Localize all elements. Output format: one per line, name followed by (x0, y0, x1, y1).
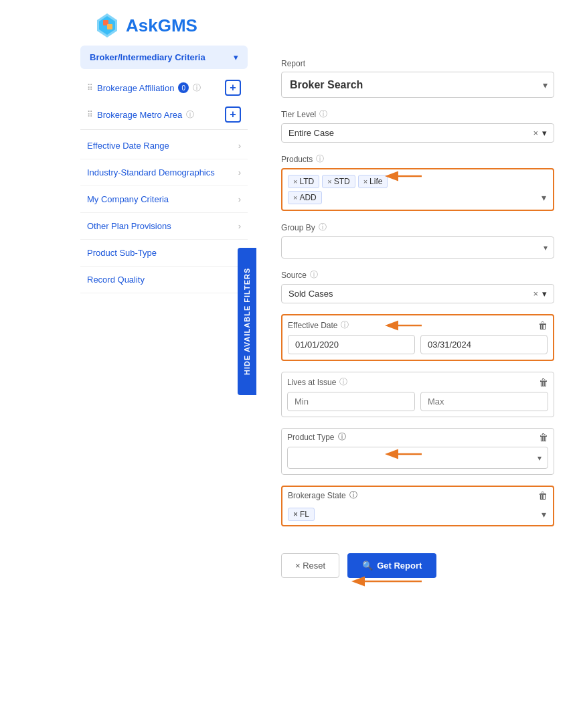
remove-std-button[interactable]: × (327, 177, 331, 186)
lives-min-input[interactable] (287, 392, 415, 411)
sidebar-item-my-company-criteria[interactable]: My Company Criteria › (80, 186, 248, 213)
product-tag-life: × Life (358, 175, 388, 188)
source-right: × ▾ (533, 289, 547, 299)
product-ltd-label: LTD (299, 177, 314, 186)
product-type-delete-icon[interactable]: 🗑 (539, 432, 548, 443)
effective-date-header: Effective Date ⓘ 🗑 (282, 315, 553, 332)
effective-date-to-input[interactable] (420, 335, 548, 354)
sidebar-header-label: Broker/Intermediary Criteria (90, 52, 205, 62)
brokerage-affiliation-add-button[interactable]: + (225, 80, 241, 96)
tier-level-dropdown-icon[interactable]: ▾ (542, 128, 547, 138)
my-company-criteria-label: My Company Criteria (87, 194, 169, 204)
brokerage-state-dropdown-icon[interactable]: ▾ (540, 508, 548, 521)
sidebar-item-product-sub-type[interactable]: Product Sub-Type › (80, 240, 248, 267)
product-std-label: STD (334, 177, 350, 186)
products-dropdown-arrow-icon[interactable]: ▾ (540, 191, 548, 204)
industry-standard-demographics-label: Industry-Standard Demographics (87, 167, 215, 177)
brokerage-affiliation-badge: 0 (178, 82, 189, 93)
product-life-label: Life (369, 177, 382, 186)
product-sub-type-label: Product Sub-Type (87, 248, 157, 258)
brokerage-affiliation-info-icon: ⓘ (193, 82, 201, 94)
group-by-select[interactable] (281, 236, 554, 259)
product-type-select[interactable] (287, 447, 548, 469)
effective-date-info-icon: ⓘ (341, 319, 349, 331)
svg-rect-3 (107, 24, 112, 29)
state-fl-label: FL (300, 510, 309, 519)
brokerage-state-info-icon: ⓘ (349, 490, 357, 501)
remove-life-button[interactable]: × (363, 177, 367, 186)
main-layout: Broker/Intermediary Criteria ▾ ⠿ Brokera… (0, 46, 579, 682)
other-plan-provisions-label: Other Plan Provisions (87, 221, 171, 231)
product-type-select-wrapper: ▾ (282, 445, 554, 474)
hide-available-filters-tab[interactable]: HIDE AVAILABLE FILTERS (238, 248, 256, 395)
source-label: Source ⓘ (281, 269, 554, 281)
sidebar-item-record-quality[interactable]: Record Quality › (80, 267, 248, 293)
sidebar-item-effective-date-range[interactable]: Effective Date Range › (80, 133, 248, 159)
sidebar-item-other-plan-provisions[interactable]: Other Plan Provisions › (80, 213, 248, 240)
get-report-button[interactable]: 🔍 Get Report (347, 553, 436, 578)
sidebar: Broker/Intermediary Criteria ▾ ⠿ Brokera… (0, 46, 248, 682)
product-add-label: ADD (299, 193, 316, 202)
broker-intermediary-criteria-header[interactable]: Broker/Intermediary Criteria ▾ (80, 46, 248, 69)
drag-icon-2: ⠿ (87, 110, 93, 119)
reset-button[interactable]: × Reset (281, 553, 339, 578)
right-panel: Report Broker Search ▾ Tier Level ⓘ Enti… (248, 46, 579, 682)
brokerage-state-container: Brokerage State ⓘ 🗑 × FL ▾ (281, 486, 554, 526)
drag-icon: ⠿ (87, 83, 93, 92)
product-tag-add: × ADD (288, 191, 322, 204)
effective-date-label: Effective Date ⓘ (288, 319, 349, 331)
brokerage-metro-area-text: Brokerage Metro Area (97, 110, 182, 120)
remove-ltd-button[interactable]: × (293, 177, 297, 186)
products-info-icon: ⓘ (316, 153, 324, 165)
group-by-label: Group By ⓘ (281, 222, 554, 233)
state-tag-fl: × FL (288, 508, 315, 521)
products-field-group: Products ⓘ × LTD × STD × Life × (281, 153, 554, 211)
product-tag-ltd: × LTD (288, 175, 319, 188)
product-type-label: Product Type ⓘ (287, 431, 346, 443)
report-field-group: Report Broker Search ▾ (281, 59, 554, 98)
remove-fl-button[interactable]: × (293, 510, 298, 519)
app-name: AskGMS (126, 15, 197, 36)
effective-date-fields (282, 332, 553, 360)
effective-date-from-input[interactable] (288, 335, 415, 354)
products-label: Products ⓘ (281, 153, 554, 165)
lives-max-input[interactable] (420, 392, 548, 411)
brokerage-metro-area-label: ⠿ Brokerage Metro Area ⓘ (87, 109, 194, 121)
lives-at-issue-container: Lives at Issue ⓘ 🗑 (281, 372, 554, 417)
products-box[interactable]: × LTD × STD × Life × ADD ▾ (281, 168, 554, 211)
source-clear-button[interactable]: × (533, 289, 538, 299)
sidebar-item-industry-standard-demographics[interactable]: Industry-Standard Demographics › (80, 159, 248, 186)
product-type-field-group: Product Type ⓘ 🗑 ▾ (281, 428, 554, 475)
product-type-container: Product Type ⓘ 🗑 ▾ (281, 428, 554, 475)
brokerage-state-label: Brokerage State ⓘ (288, 490, 357, 501)
group-by-select-wrapper: ▾ (281, 236, 554, 259)
brokerage-affiliation-text: Brokerage Affiliation (97, 83, 174, 93)
tier-level-info-icon: ⓘ (319, 108, 327, 120)
tier-level-field-group: Tier Level ⓘ Entire Case × ▾ (281, 108, 554, 143)
brokerage-state-inner: × FL ▾ (282, 504, 553, 525)
group-by-info-icon: ⓘ (319, 222, 327, 233)
report-select-wrapper: Broker Search ▾ (281, 72, 554, 98)
lives-at-issue-header: Lives at Issue ⓘ 🗑 (282, 372, 554, 389)
effective-date-range-chevron: › (238, 141, 241, 151)
remove-add-button[interactable]: × (293, 194, 297, 202)
lives-at-issue-fields (282, 389, 554, 417)
tier-level-label: Tier Level ⓘ (281, 108, 554, 120)
brokerage-metro-area-add-button[interactable]: + (225, 106, 241, 123)
industry-standard-demographics-chevron: › (238, 167, 241, 177)
record-quality-label: Record Quality (87, 275, 145, 285)
brokerage-metro-area-info-icon: ⓘ (186, 109, 194, 121)
source-field-group: Source ⓘ Sold Cases × ▾ (281, 269, 554, 303)
effective-date-delete-icon[interactable]: 🗑 (538, 320, 548, 331)
brokerage-state-delete-icon[interactable]: 🗑 (538, 490, 548, 501)
report-select[interactable]: Broker Search (281, 72, 554, 98)
tier-level-right: × ▾ (533, 128, 547, 138)
tier-level-clear-button[interactable]: × (533, 128, 538, 138)
lives-at-issue-delete-icon[interactable]: 🗑 (539, 377, 548, 388)
get-report-search-icon: 🔍 (362, 561, 373, 571)
brokerage-state-field-group: Brokerage State ⓘ 🗑 × FL ▾ (281, 486, 554, 526)
source-dropdown-icon[interactable]: ▾ (542, 289, 547, 299)
other-plan-provisions-chevron: › (238, 221, 241, 231)
source-value: Sold Cases (288, 289, 333, 299)
tier-level-value: Entire Case (288, 128, 334, 138)
